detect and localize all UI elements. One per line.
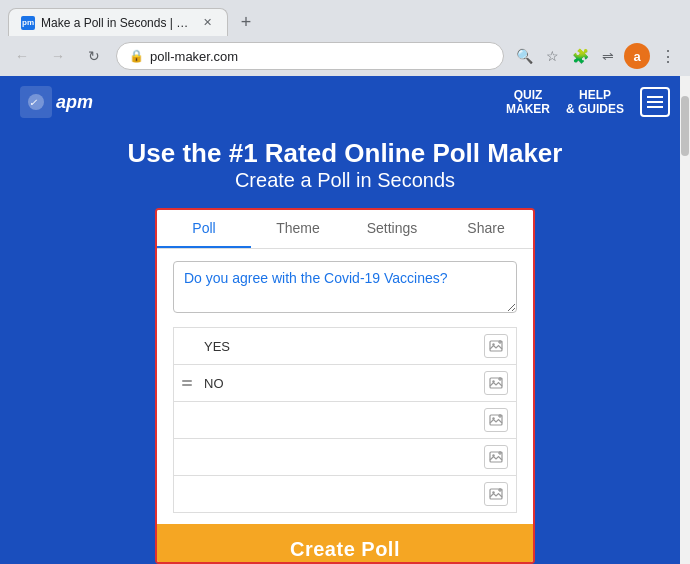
question-input[interactable]: [173, 261, 517, 313]
option-image-button-3[interactable]: [484, 408, 508, 432]
new-tab-button[interactable]: +: [232, 8, 260, 36]
heading-main: Use the #1 Rated Online Poll Maker: [128, 138, 563, 169]
option-row: [173, 438, 517, 476]
option-input-4[interactable]: [204, 450, 484, 465]
address-bar[interactable]: 🔒 poll-maker.com: [116, 42, 504, 70]
tab-bar: pm Make a Poll in Seconds | Free & ✕ +: [0, 0, 690, 36]
option-image-button-5[interactable]: [484, 482, 508, 506]
tab-close-button[interactable]: ✕: [199, 15, 215, 31]
site-nav: QUIZ MAKER HELP & GUIDES: [506, 87, 670, 117]
drag-line: [182, 343, 192, 345]
option-row: [173, 475, 517, 513]
tab-theme[interactable]: Theme: [251, 210, 345, 248]
scrollbar[interactable]: [680, 76, 690, 564]
hamburger-line-1: [647, 96, 663, 98]
drag-line: [182, 458, 192, 460]
drag-line: [182, 380, 192, 382]
browser-menu-button[interactable]: ⋮: [654, 42, 682, 70]
drag-line: [182, 454, 192, 456]
widget-tabs: Poll Theme Settings Share: [157, 210, 533, 249]
option-input-1[interactable]: [204, 339, 484, 354]
lock-icon: 🔒: [129, 49, 144, 63]
extensions-icon[interactable]: 🧩: [568, 44, 592, 68]
heading-sub: Create a Poll in Seconds: [128, 169, 563, 192]
site-header: ✓ apm QUIZ MAKER HELP & GUIDES: [0, 76, 690, 128]
option-input-2[interactable]: [204, 376, 484, 391]
scrollbar-thumb[interactable]: [681, 96, 689, 156]
browser-actions: 🔍 ☆ 🧩 ⇌ a ⋮: [512, 42, 682, 70]
create-poll-button[interactable]: Create Poll: [157, 524, 533, 564]
search-icon[interactable]: 🔍: [512, 44, 536, 68]
option-input-3[interactable]: [204, 413, 484, 428]
hamburger-menu-button[interactable]: [640, 87, 670, 117]
active-tab[interactable]: pm Make a Poll in Seconds | Free & ✕: [8, 8, 228, 36]
page-content: ✓ apm QUIZ MAKER HELP & GUIDES Use the #…: [0, 76, 690, 564]
drag-line: [182, 495, 192, 497]
tab-poll[interactable]: Poll: [157, 210, 251, 248]
tab-settings[interactable]: Settings: [345, 210, 439, 248]
drag-line: [182, 384, 192, 386]
drag-line: [182, 347, 192, 349]
drag-line: [182, 421, 192, 423]
poll-widget: Poll Theme Settings Share: [155, 208, 535, 564]
logo-text: apm: [56, 92, 93, 113]
option-row: [173, 401, 517, 439]
drag-line: [182, 491, 192, 493]
hamburger-line-3: [647, 106, 663, 108]
tab-favicon: pm: [21, 16, 35, 30]
tab-title: Make a Poll in Seconds | Free &: [41, 16, 193, 30]
nav-help-guides[interactable]: HELP & GUIDES: [566, 88, 624, 116]
options-list: [173, 327, 517, 512]
nav-quiz-maker[interactable]: QUIZ MAKER: [506, 88, 550, 116]
page-heading: Use the #1 Rated Online Poll Maker Creat…: [128, 138, 563, 192]
poll-body: [157, 249, 533, 524]
option-row: [173, 327, 517, 365]
bookmark-icon[interactable]: ☆: [540, 44, 564, 68]
reload-button[interactable]: ↻: [80, 42, 108, 70]
sync-icon[interactable]: ⇌: [596, 44, 620, 68]
hamburger-line-2: [647, 101, 663, 103]
address-bar-row: ← → ↻ 🔒 poll-maker.com 🔍 ☆ 🧩 ⇌ a ⋮: [0, 36, 690, 76]
option-input-5[interactable]: [204, 487, 484, 502]
back-button[interactable]: ←: [8, 42, 36, 70]
option-image-button-4[interactable]: [484, 445, 508, 469]
profile-button[interactable]: a: [624, 43, 650, 69]
address-text: poll-maker.com: [150, 49, 491, 64]
browser-chrome: pm Make a Poll in Seconds | Free & ✕ + ←…: [0, 0, 690, 76]
svg-text:✓: ✓: [29, 97, 38, 108]
site-logo[interactable]: ✓ apm: [20, 86, 93, 118]
option-image-button-2[interactable]: [484, 371, 508, 395]
tab-share[interactable]: Share: [439, 210, 533, 248]
drag-handle-2[interactable]: [182, 380, 198, 386]
drag-line: [182, 417, 192, 419]
forward-button[interactable]: →: [44, 42, 72, 70]
logo-icon: ✓: [20, 86, 52, 118]
option-row: [173, 364, 517, 402]
option-image-button-1[interactable]: [484, 334, 508, 358]
